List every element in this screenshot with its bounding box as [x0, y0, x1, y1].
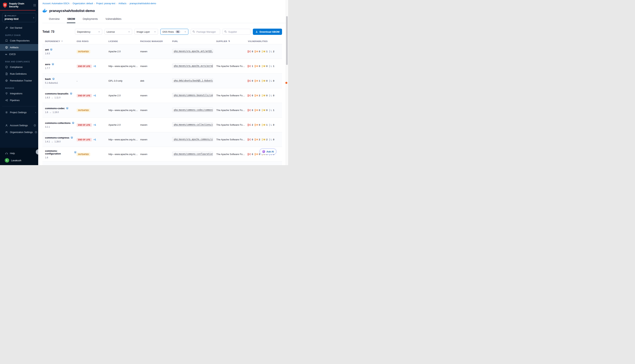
sidebar-item-remediation-tracker[interactable]: Remediation Tracker [0, 77, 38, 84]
oss-risk-badge: END OF LIFE [77, 138, 92, 142]
purl-value[interactable]: pkg:maven/org.apache.commons/com… [172, 137, 213, 142]
sidebar-item-label: Organization Settings [10, 131, 33, 134]
download-sbom-button[interactable]: Download SBOM [253, 28, 282, 35]
breadcrumb-account[interactable]: Account: Automation-SSCA [43, 2, 69, 5]
license: GPL-3.0-only [108, 80, 140, 82]
oss-risk-more-link[interactable]: +1 [94, 65, 96, 68]
vuln-high: H0 [255, 124, 260, 126]
purl-value[interactable]: pkg:maven/org.apache.ant/ant@1.6… [172, 49, 213, 54]
table-row[interactable]: commons-configuration 1.6 OUTDATED http-… [43, 147, 282, 162]
sidebar-item-integrations[interactable]: Integrations [0, 90, 38, 97]
section-label-supply-chain: SUPPLY CHAIN [5, 34, 38, 36]
breadcrumb-separator: › [116, 2, 117, 4]
breadcrumb-project[interactable]: Project: pranay-test [96, 2, 115, 5]
table-row[interactable]: commons-codec 1.6 → 1.19.0 OUTDATED http… [43, 103, 282, 118]
apps-grid-icon[interactable] [33, 4, 36, 6]
purl-value[interactable]: pkg:maven/org.apache.avro/avro@1… [172, 64, 213, 68]
breadcrumb: Account: Automation-SSCA› Organization: … [43, 2, 288, 5]
select-label: OSS Risks [162, 30, 174, 33]
sidebar-item-pipelines[interactable]: Pipelines [0, 97, 38, 104]
vuln-high: H2 [255, 138, 260, 141]
total-count: Total: 73 [43, 30, 54, 34]
ai-orb-icon [262, 150, 265, 153]
sidebar-item-rule-definitions[interactable]: Rule Definitions [0, 70, 38, 77]
supplier: The Apache Software Foun… [216, 65, 248, 68]
ask-ai-button[interactable]: Ask AI [260, 148, 276, 154]
project-name: pranay-test [5, 18, 32, 20]
sidebar-item-code-repositories[interactable]: Code Repositories [0, 37, 38, 44]
main-content: Account: Automation-SSCA› Organization: … [38, 0, 288, 165]
sidebar-item-compliance[interactable]: Compliance [0, 64, 38, 70]
project-selector[interactable]: PROJECT pranay-test › [2, 13, 36, 22]
table-row[interactable]: ant 1.6.5 OUTDATED Apache-2.0 maven pkg:… [43, 44, 282, 59]
table-row[interactable]: avro 1.7.7 END OF LIFE+1 http---www.apac… [43, 59, 282, 74]
package-manager: maven [140, 124, 172, 126]
table-row[interactable]: commons-beanutils 1.8.3 → 1.11.0 END OF … [43, 88, 282, 103]
sidebar-item-cicd[interactable]: ∞ CI/CD [0, 51, 38, 58]
package-manager: maven [140, 109, 172, 112]
table-row[interactable]: commons-compress 1.4.1 → 1.28.0 END OF L… [43, 132, 282, 147]
table-row[interactable]: bash 5.1-6ubuntu1 - GPL-3.0-only deb pkg… [43, 74, 282, 88]
purl-value[interactable]: pkg:maven/commons-beanutils/comm… [172, 93, 213, 98]
purl-value[interactable]: pkg:maven/commons-codec/commons-… [172, 108, 213, 112]
column-header-supplier[interactable]: SUPPLIER⇅ [216, 40, 248, 42]
table-row[interactable]: commons-fileupload END OF LIFE+1 Apache-… [43, 162, 282, 165]
sidebar-item-account-settings[interactable]: Account Settings [0, 122, 38, 129]
column-header-dependency[interactable]: DEPENDENCY▼ [45, 40, 77, 42]
vuln-medium: M0 [262, 80, 268, 82]
purl-value[interactable]: pkg:maven/commons-collections/co… [172, 122, 213, 127]
dependency-version: 1.6 [45, 156, 77, 159]
dependency-cell: commons-compress 1.4.1 → 1.28.0 [45, 136, 77, 143]
sidebar-item-artifacts[interactable]: Artifacts [0, 44, 38, 51]
tab-deployments[interactable]: Deployments [82, 18, 98, 23]
vuln-critical: C0 [248, 94, 253, 97]
oss-risk-more-link[interactable]: +1 [94, 138, 96, 141]
breadcrumb-organization[interactable]: Organization: default [73, 2, 93, 5]
sidebar-item-label: Compliance [10, 66, 23, 68]
app-window: Supply Chain Security PROJECT pranay-tes… [0, 0, 288, 165]
vuln-low: L0 [269, 94, 274, 97]
person-icon [5, 124, 8, 127]
tab-overview[interactable]: Overview [49, 18, 60, 23]
vuln-critical: C0 [248, 109, 253, 112]
dependency-version: 1.6.5 [45, 52, 77, 55]
scrollbar-thumb[interactable] [286, 16, 288, 65]
dependency-cell: commons-codec 1.6 → 1.19.0 [45, 107, 77, 114]
notification-dot[interactable] [285, 82, 287, 84]
oss-risk-more-link[interactable]: +1 [94, 94, 96, 97]
license: http---www.apache.org-lice… [108, 109, 140, 112]
vuln-high: H1 [255, 80, 260, 82]
vuln-low: L0 [269, 138, 274, 141]
sidebar-item-project-settings[interactable]: Project Settings › [0, 109, 38, 116]
sidebar-item-label: Account Settings [10, 124, 28, 127]
breadcrumb-current[interactable]: pranaycshah/todolist-demo [130, 2, 156, 5]
sidebar-item-get-started[interactable]: Get Started [0, 24, 38, 31]
vulnerability-counts: C0H0M0L1 [248, 109, 282, 112]
oss-risk-more-link[interactable]: +1 [94, 124, 96, 126]
section-label-manage: MANAGE [5, 87, 38, 89]
vuln-low: L0 [269, 80, 274, 82]
breadcrumb-separator: › [94, 2, 95, 4]
breadcrumb-artifacts[interactable]: Artifacts [118, 2, 126, 5]
sidebar-item-help[interactable]: Help [0, 150, 38, 157]
sidebar-item-organization-settings[interactable]: Organization Settings [0, 129, 38, 136]
sidebar-item-label: CI/CD [9, 53, 16, 56]
tab-vulnerabilities[interactable]: Vulnerabilities [105, 18, 122, 23]
table-row[interactable]: commons-collections 3.2.1 END OF LIFE+1 … [43, 118, 282, 132]
oss-risks-filter-select[interactable]: OSS Risks 01 [160, 29, 188, 35]
infinity-icon: ∞ [5, 53, 7, 56]
app-logo[interactable]: Supply Chain Security [0, 0, 38, 10]
chevron-down-icon [98, 31, 100, 33]
license-filter-select[interactable]: License [105, 29, 132, 35]
project-label: PROJECT [7, 15, 17, 17]
purl-value[interactable]: pkg:maven/commons-configuration/… [172, 152, 213, 156]
image-layer-filter-select[interactable]: Image Layer [134, 29, 158, 35]
purl-value[interactable]: pkg:deb/ubuntu/bash@5.1-6ubuntu1 [172, 78, 213, 83]
oss-risk-badge: OUTDATED [77, 153, 90, 156]
tab-sbom[interactable]: SBOM [67, 18, 75, 23]
vuln-critical: C0 [248, 153, 253, 156]
user-menu[interactable]: L Lavakush [0, 157, 38, 162]
dependency-filter-select[interactable]: Dependency [75, 29, 102, 35]
vuln-low: L1 [269, 65, 274, 68]
package-manager-search-input[interactable] [191, 29, 220, 35]
